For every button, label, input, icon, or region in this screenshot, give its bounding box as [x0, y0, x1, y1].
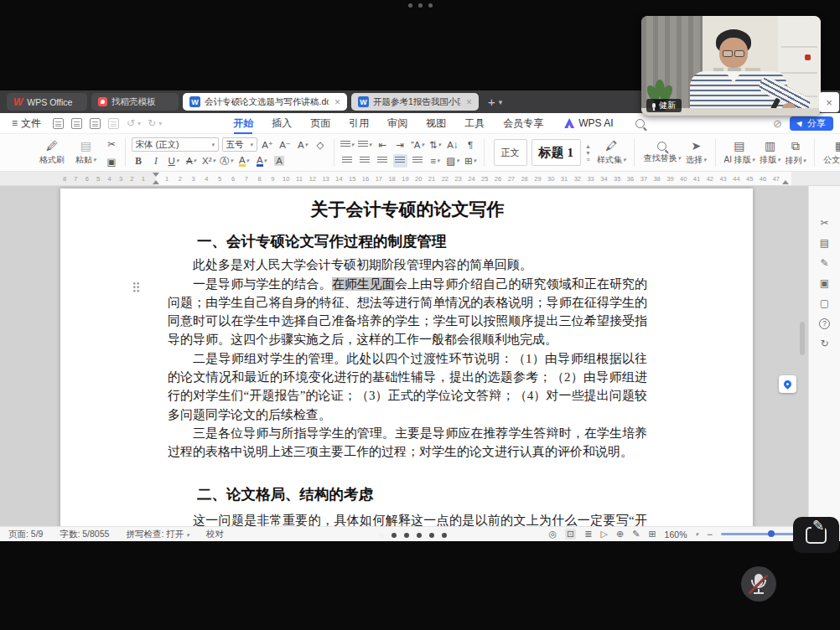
file-menu[interactable]: 文件 [21, 116, 41, 131]
tab-close-icon[interactable]: × [333, 96, 340, 108]
undo-caret-icon[interactable]: ▾ [137, 120, 141, 127]
window-close-button[interactable]: × [819, 92, 839, 112]
menu-tab-视图[interactable]: 视图 [417, 113, 455, 133]
page-view-icon[interactable]: ⊡ [565, 529, 576, 540]
show-marks-button[interactable]: ¶ [464, 138, 478, 152]
tab-close-icon[interactable]: × [464, 96, 472, 108]
align-center-button[interactable] [358, 154, 372, 168]
cut-button[interactable]: ✂ [105, 137, 119, 151]
outline-view-icon[interactable]: ≣ [584, 529, 592, 540]
web-view-icon[interactable]: ⊕ [616, 529, 624, 540]
menu-tab-审阅[interactable]: 审阅 [378, 113, 417, 133]
image-edit-icon[interactable]: ▣ [820, 278, 829, 289]
sync-refresh-icon[interactable]: ↻ [820, 338, 828, 349]
tab-list-caret-icon[interactable]: ▾ [499, 98, 503, 106]
ruler[interactable]: 8765432112345678910111213141516171819202… [0, 172, 840, 186]
cloud-sync-icon[interactable] [108, 118, 119, 129]
left-indent-marker[interactable] [153, 177, 159, 184]
distribute-button[interactable] [411, 154, 425, 168]
borders-button[interactable]: ⊞▾ [464, 154, 478, 168]
decrease-font-button[interactable]: A⁻ [278, 138, 293, 152]
style-normal[interactable]: 正文 [494, 139, 527, 166]
shading-button[interactable]: ▨▾ [446, 154, 460, 168]
format-painter-button[interactable]: 🖉 格式刷 [37, 137, 67, 168]
align-left-button[interactable] [340, 154, 355, 168]
layout-button[interactable]: ▥ 排版▾ [757, 139, 783, 166]
phonetic-guide-button[interactable]: Ⓐ▾ [220, 154, 234, 168]
search-icon[interactable] [635, 119, 645, 128]
print-icon[interactable] [71, 118, 82, 129]
menu-tab-页面[interactable]: 页面 [301, 113, 340, 133]
cjk-layout-button[interactable]: ”A▾ [411, 138, 425, 152]
tab-document-active[interactable]: W 会计专硕论文选题与写作讲稿.do × [183, 93, 347, 111]
text-effects-button[interactable]: A▾ [296, 138, 310, 152]
gallery-down-icon[interactable]: ▼ [585, 150, 591, 156]
select-button[interactable]: ➤ 选择▾ [683, 139, 709, 166]
paste-button[interactable]: ▤ 粘贴▾ [73, 137, 99, 168]
menu-tab-插入[interactable]: 插入 [262, 113, 301, 133]
decrease-indent-button[interactable]: ⇤ [376, 138, 390, 152]
document-area[interactable]: 关于会计专硕的论文写作 一、会计专硕论文写作过程的制度管理 此处多是对人民大学会… [0, 186, 840, 526]
spellcheck-status[interactable]: 拼写检查: 打开 ▾ [126, 529, 189, 540]
font-color-button[interactable]: A▾ [255, 154, 269, 168]
bold-button[interactable]: B [132, 154, 146, 168]
wps-ai-menu[interactable]: WPS AI [578, 117, 613, 129]
new-tab-button[interactable]: + [488, 95, 495, 109]
arrange-button[interactable]: ⧉ 排列▾ [783, 139, 809, 167]
annotation-tool-button[interactable]: ✎ [793, 517, 839, 553]
right-indent-marker[interactable] [782, 177, 789, 184]
zoom-caret-icon[interactable]: ▾ [695, 531, 698, 538]
highlight-color-button[interactable]: A▾ [237, 154, 251, 168]
fit-page-icon[interactable]: ⊞ [648, 529, 656, 540]
strikethrough-button[interactable]: A▾ [184, 154, 199, 168]
zoom-slider-thumb[interactable] [768, 530, 775, 537]
help-icon[interactable]: ? [819, 318, 830, 329]
menu-tab-会员专享[interactable]: 会员专享 [494, 113, 552, 133]
style-heading1[interactable]: 标题 1 [531, 139, 582, 166]
eye-protect-icon[interactable]: ◎ [548, 529, 557, 540]
redo-icon[interactable]: ↻ [148, 117, 156, 129]
zoom-level[interactable]: 160% [665, 529, 687, 540]
clip-tool-icon[interactable]: ✂ [820, 218, 828, 229]
tab-wps-home[interactable]: W WPS Office [7, 93, 87, 111]
location-pin-button[interactable] [779, 375, 796, 393]
char-shading-button[interactable]: A [272, 154, 287, 168]
gallery-up-icon[interactable]: ▲ [585, 143, 591, 149]
style-set-button[interactable]: 🖍 样式集▾ [594, 139, 629, 166]
more-caret-icon[interactable]: ▾ [158, 120, 162, 127]
scrollbar-thumb[interactable] [800, 322, 805, 355]
line-break-button[interactable]: ⇅▾ [428, 138, 443, 152]
read-mode-icon[interactable]: ▷ [600, 529, 607, 540]
print-preview-icon[interactable] [90, 118, 101, 129]
edit-tools-icon[interactable]: ✎ [820, 258, 828, 269]
undo-icon[interactable]: ↺ [127, 117, 135, 129]
copy-button[interactable]: ▣ [105, 155, 119, 168]
proofread-button[interactable]: 校对 [206, 529, 224, 540]
vertical-scrollbar[interactable] [799, 186, 806, 526]
zoom-out-button[interactable]: − [707, 529, 713, 540]
tab-docer-templates[interactable]: 找稻壳模板 [91, 93, 179, 111]
increase-indent-button[interactable]: ⇥ [393, 138, 407, 152]
tab-document-2[interactable]: W 开题参考1报告我国小区物业会计 × [351, 93, 479, 111]
find-replace-button[interactable]: 查找替换▾ [640, 142, 683, 164]
document-page[interactable]: 关于会计专硕的论文写作 一、会计专硕论文写作过程的制度管理 此处多是对人民大学会… [60, 188, 753, 526]
pen-annotate-icon[interactable]: ✎ [632, 529, 640, 540]
clear-format-button[interactable]: ◇ [314, 138, 328, 152]
paragraph-drag-handle[interactable] [132, 281, 140, 292]
superscript-button[interactable]: X²▾ [202, 154, 216, 168]
menu-tab-工具[interactable]: 工具 [455, 113, 494, 133]
line-spacing-button[interactable]: ≡▾ [428, 154, 443, 168]
bullet-list-button[interactable]: ▾ [340, 138, 355, 152]
shape-tool-icon[interactable]: ▢ [820, 298, 829, 309]
gallery-more-icon[interactable]: ≡ [586, 157, 589, 163]
official-doc-mode-button[interactable]: ▦ 公文模式 [821, 139, 840, 166]
font-size-select[interactable]: 五号▾ [222, 137, 257, 152]
word-count[interactable]: 字数: 5/8055 [60, 529, 109, 540]
share-button[interactable]: 分享 [790, 116, 833, 131]
numbered-list-button[interactable]: ▾ [358, 138, 372, 152]
menu-tab-开始[interactable]: 开始 [224, 113, 262, 133]
webcam-overlay[interactable]: 健新 [641, 16, 821, 116]
sort-button[interactable]: A↓ [446, 138, 460, 152]
increase-font-button[interactable]: A⁺ [261, 138, 275, 152]
ai-layout-button[interactable]: ▤ AI 排版▾ [722, 139, 758, 166]
